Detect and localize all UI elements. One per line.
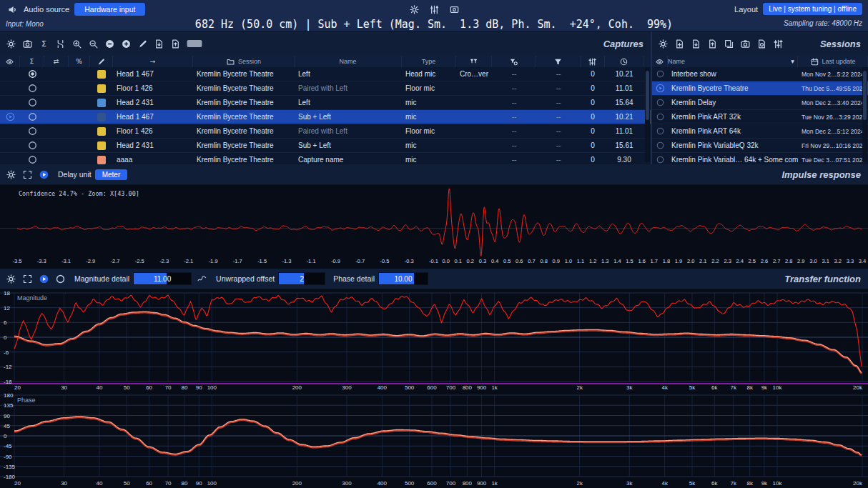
file-import-icon[interactable]	[152, 37, 165, 50]
tuning-icon[interactable]	[428, 3, 440, 16]
capture-row[interactable]: Head 1 467Kremlin Bycetre TheatreLeftHea…	[0, 67, 651, 81]
gear-icon[interactable]	[656, 37, 669, 50]
captures-col-name[interactable]: Name	[295, 56, 402, 67]
layout-menu[interactable]: Layout	[734, 5, 758, 14]
captures-col-session[interactable]: Session	[193, 56, 295, 67]
sliders-icon[interactable]	[771, 37, 784, 50]
capture-color-swatch[interactable]	[97, 141, 106, 150]
captures-col-arrow-right[interactable]: →	[113, 56, 193, 67]
copy-icon[interactable]	[722, 37, 735, 50]
capture-color-swatch[interactable]	[97, 127, 106, 136]
captures-col-polarity[interactable]: ⇄	[44, 56, 69, 67]
captures-col-sum[interactable]: Σ	[20, 56, 44, 67]
camera-icon[interactable]	[21, 37, 34, 50]
capture-color-swatch[interactable]	[97, 99, 106, 107]
measurement-status: 682 Hz (50.0 cm) | Sub + Left (Mag. Sm. …	[195, 18, 673, 31]
play-icon[interactable]	[37, 168, 50, 181]
camera-icon[interactable]	[739, 37, 751, 50]
sessions-col-name[interactable]: Name▾	[668, 56, 798, 67]
capture-offset: 0	[581, 81, 605, 95]
session-row[interactable]: Kremlin Pink VariableQ 32kFri Nov 29…10:…	[652, 139, 868, 153]
svg-text:▾: ▾	[791, 58, 794, 65]
capture-reference-radio[interactable]	[27, 83, 38, 94]
captures-col-funnel[interactable]	[536, 56, 581, 67]
zoom-out-icon[interactable]	[87, 37, 99, 50]
capture-color-swatch[interactable]	[97, 113, 106, 121]
capture-row[interactable]: Head 1 467Kremlin Bycetre TheatreSub + L…	[0, 110, 651, 124]
swatch-icon[interactable]	[185, 37, 204, 50]
fullscreen-icon[interactable]	[21, 272, 34, 285]
captures-col-type[interactable]: Type	[402, 56, 456, 67]
file-new-icon[interactable]	[673, 37, 686, 50]
brush-icon[interactable]	[136, 37, 149, 50]
impulse-response-chart[interactable]: -3.5-3.3-3.1-2.9-2.7-2.5-2.3-2.1-1.9-1.7…	[0, 185, 868, 269]
sessions-col-eye[interactable]	[652, 56, 668, 67]
captures-scrollbar[interactable]	[645, 67, 650, 162]
captures-col-funnel-pair[interactable]	[456, 56, 492, 67]
file-gear-icon[interactable]	[755, 37, 768, 50]
capture-row[interactable]: Head 2 431Kremlin Bycetre TheatreLeftmic…	[0, 96, 651, 110]
hardware-input-button[interactable]: Hardware input	[74, 3, 145, 16]
gear-icon[interactable]	[4, 37, 17, 50]
mode-switch-button[interactable]: Live | system tuning | offline	[763, 3, 862, 15]
record-icon[interactable]	[54, 272, 66, 285]
transfer-function-chart[interactable]: 181260-6-12-1818013590450-45-90-135-1802…	[0, 289, 868, 488]
svg-text:3.2: 3.2	[834, 258, 841, 264]
file-import-icon[interactable]	[689, 37, 702, 50]
captures-col-clock[interactable]	[605, 56, 643, 67]
zoom-in-icon[interactable]	[70, 37, 83, 50]
capture-color-swatch[interactable]	[97, 70, 106, 79]
capture-color-swatch[interactable]	[97, 156, 106, 164]
plus-circle-icon[interactable]	[119, 37, 132, 50]
sessions-scrollbar[interactable]	[862, 67, 867, 162]
capture-row[interactable]: Floor 1 426Kremlin Bycetre TheatrePaired…	[0, 124, 651, 139]
capture-offset: 0	[581, 124, 605, 138]
capture-row[interactable]: aaaaKremlin Bycetre TheatreCapture namem…	[0, 153, 651, 164]
session-row[interactable]: Kremlin Pink Variabl… 64k + Some comment…	[652, 153, 868, 164]
gear-icon[interactable]	[408, 3, 420, 16]
sum-icon[interactable]: Σ	[37, 37, 50, 50]
capture-reference-radio[interactable]	[27, 97, 38, 108]
unwrap-icon[interactable]	[195, 272, 208, 285]
unwrapped-offset-input[interactable]: 2	[278, 272, 325, 285]
eye-icon	[655, 56, 665, 66]
capture-color-swatch[interactable]	[97, 84, 106, 93]
svg-text:9k: 9k	[761, 480, 768, 487]
minus-circle-icon[interactable]	[103, 37, 116, 50]
svg-text:-18: -18	[4, 379, 12, 385]
gear-icon[interactable]	[4, 272, 17, 285]
capture-reference-radio[interactable]	[27, 69, 38, 79]
captures-col-funnel-gear[interactable]	[492, 56, 536, 67]
session-row[interactable]: Kremlin DelayMon Dec 2…3:40 2024	[652, 96, 868, 110]
captures-scrollbar-thumb[interactable]	[646, 71, 649, 120]
captures-col-eye[interactable]	[0, 56, 20, 67]
svg-text:500: 500	[405, 384, 415, 391]
session-row[interactable]: Kremlin Pink ART 64kMon Dec 2…5:12 2024	[652, 124, 868, 139]
display-icon[interactable]	[448, 3, 460, 16]
meter-button[interactable]: Meter	[95, 169, 128, 180]
capture-filter-1: --	[492, 124, 536, 138]
play-icon[interactable]	[37, 272, 50, 285]
captures-col-brush[interactable]	[90, 56, 113, 67]
merge-icon[interactable]	[54, 37, 66, 50]
capture-reference-radio[interactable]	[27, 126, 38, 136]
gear-icon[interactable]	[4, 168, 17, 181]
session-row[interactable]: Interbee showMon Nov 2…5:22 2024	[652, 67, 868, 81]
sessions-scrollbar-thumb[interactable]	[863, 71, 867, 120]
capture-reference-radio[interactable]	[27, 111, 38, 122]
capture-row[interactable]: Floor 1 426Kremlin Bycetre TheatrePaired…	[0, 81, 651, 96]
captures-col-percent[interactable]: %	[69, 56, 90, 67]
phase-detail-input[interactable]: 10.00	[378, 272, 428, 285]
svg-text:80: 80	[182, 384, 188, 391]
capture-row[interactable]: Head 2 431Kremlin Bycetre TheatreSub + L…	[0, 139, 651, 153]
file-export-icon[interactable]	[706, 37, 719, 50]
capture-reference-radio[interactable]	[27, 140, 38, 151]
sessions-col-last-update[interactable]: Last update	[798, 56, 868, 67]
fullscreen-icon[interactable]	[21, 168, 34, 181]
session-row[interactable]: Kremlin Bycetre TheatreThu Dec 5…49:55 2…	[652, 81, 868, 96]
session-row[interactable]: Kremlin Pink ART 32kTue Nov 26…3:29 2024	[652, 110, 868, 124]
capture-reference-radio[interactable]	[27, 154, 38, 164]
magnitude-detail-input[interactable]: 11.00	[133, 272, 192, 285]
captures-col-sliders[interactable]	[581, 56, 605, 67]
file-export-icon[interactable]	[169, 37, 182, 50]
